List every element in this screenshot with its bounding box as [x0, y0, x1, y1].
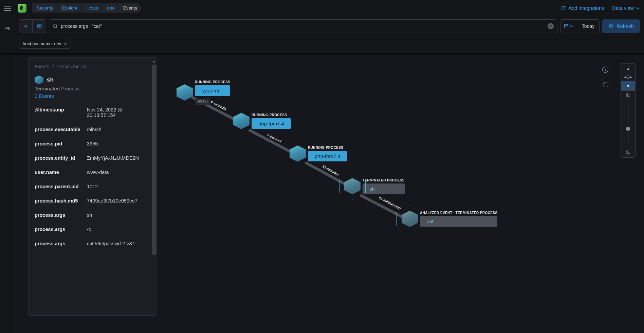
node-status-tag: RUNNING PROCESS [252, 113, 291, 117]
plus-magnify-icon [626, 93, 630, 98]
detail-key: @timestamp [35, 107, 87, 112]
info-icon[interactable]: i [602, 67, 608, 73]
crosshair-icon [626, 75, 630, 80]
process-node[interactable]: RUNNING PROCESSphp-fpm7.4 [290, 145, 347, 162]
pan-up-button[interactable]: ▴ [621, 64, 635, 73]
breadcrumb-explore[interactable]: Explore [55, 3, 82, 13]
panel-crumb-details: Details for: sh [57, 64, 86, 69]
events-count-link[interactable]: 0 Events [35, 93, 54, 99]
app-logo[interactable] [18, 4, 26, 13]
detail-value: /bin/sh [87, 127, 149, 132]
detail-value: www-data [87, 170, 149, 175]
hamburger-menu-icon[interactable] [4, 4, 12, 12]
process-cube-icon [344, 178, 361, 194]
legend-toggle-icon[interactable] [603, 82, 608, 87]
detail-key: process.hash.md5 [35, 198, 87, 204]
filter-chip-hostname[interactable]: host.hostname: dev ✕ [19, 39, 71, 49]
node-status-tag: RUNNING PROCESS [195, 80, 230, 84]
breadcrumbs: Security Explore Hosts dev Events [32, 3, 139, 13]
svg-point-6 [53, 24, 57, 28]
breadcrumb-security[interactable]: Security [32, 3, 58, 13]
zoom-panel: ▴ ◂ ▸ ▾ [621, 63, 636, 158]
detail-key: process.args [35, 241, 87, 246]
process-cube-icon [177, 84, 193, 101]
zoom-out-button[interactable] [621, 148, 635, 157]
process-node[interactable]: ANALYZED EVENT · TERMINATED PROCESScat [402, 211, 497, 227]
recenter-button[interactable]: ◂ ▸ [621, 73, 635, 81]
node-sublabel: 90 file [195, 99, 210, 105]
detail-row: user.namewww-data [35, 170, 149, 175]
process-cube-icon [290, 145, 306, 162]
detail-value: cat /etc/passwd 2 >&1 [87, 241, 149, 246]
detail-value: 7409ae3f7b10e059ee7 [87, 198, 149, 204]
detail-row: process.pid3955 [35, 141, 149, 146]
details-panel: ▴ Events / Details for: sh sh Terminated… [28, 57, 157, 316]
left-rail [0, 55, 15, 333]
expand-sidebar-icon[interactable] [5, 25, 11, 33]
detail-row: process.argscat /etc/passwd 2 >&1 [35, 241, 149, 246]
date-picker-button[interactable] [560, 20, 577, 33]
clear-query-icon[interactable]: ✕ [548, 23, 554, 29]
svg-line-15 [629, 96, 630, 97]
process-node[interactable]: TERMINATED PROCESSsh [344, 178, 405, 194]
detail-key: process.args [35, 227, 87, 232]
package-plus-icon [561, 5, 567, 11]
detail-value: ZmMyYjAxNzUtMDE2N [87, 155, 149, 161]
scrollbar-thumb[interactable] [152, 65, 157, 255]
date-range-label[interactable]: Today [577, 23, 599, 29]
query-input[interactable] [61, 23, 545, 29]
remove-filter-icon[interactable]: ✕ [64, 41, 67, 46]
filter-toggle-button[interactable] [19, 19, 33, 33]
svg-point-11 [628, 76, 628, 77]
search-row: ✕ Today Refresh [0, 16, 644, 36]
svg-line-18 [629, 154, 630, 155]
detail-value: -c [87, 227, 149, 232]
pan-down-button[interactable]: ▾ [621, 81, 635, 91]
node-status-tag: RUNNING PROCESS [308, 146, 347, 150]
filter-row: host.hostname: dev ✕ [0, 36, 644, 53]
add-integrations-link[interactable]: Add integrations [561, 5, 604, 11]
node-name-button[interactable]: systemd [195, 85, 230, 96]
refresh-icon [608, 23, 614, 29]
plus-circle-icon [37, 23, 42, 29]
process-title: sh [47, 76, 54, 83]
breadcrumb-dev[interactable]: dev [100, 3, 119, 13]
process-subtitle: Terminated Process [35, 86, 149, 91]
zoom-slider[interactable] [621, 100, 635, 148]
query-mode-buttons [19, 19, 46, 33]
node-name-button[interactable]: cat [420, 216, 497, 227]
detail-row: process.args-c [35, 227, 149, 232]
breadcrumb-events[interactable]: Events [116, 3, 142, 13]
node-name-button[interactable]: sh [363, 183, 405, 194]
breadcrumb-hosts[interactable]: Hosts [80, 3, 103, 13]
node-status-tag: ANALYZED EVENT · TERMINATED PROCESS [420, 211, 497, 215]
refresh-button[interactable]: Refresh [602, 19, 640, 33]
detail-row: process.entity_idZmMyYjAxNzUtMDE2N [35, 155, 149, 161]
process-node[interactable]: RUNNING PROCESSphp-fpm7.4 [233, 113, 291, 129]
detail-row: process.hash.md57409ae3f7b10e059ee7 [35, 198, 149, 204]
process-node[interactable]: RUNNING PROCESSsystemd90 file [177, 80, 230, 105]
detail-row: process.executable/bin/sh [35, 127, 149, 132]
detail-row: process.argssh [35, 212, 149, 218]
data-view-dropdown[interactable]: Data view [612, 5, 640, 11]
add-filter-button[interactable] [33, 19, 46, 33]
search-icon [53, 23, 58, 29]
process-analyzer-graph[interactable]: i ▴ ◂ ▸ ▾ 4 seconds1 second11 minutes<1 … [158, 63, 636, 325]
scroll-up-icon[interactable]: ▴ [151, 58, 157, 64]
search-input-wrap: ✕ [49, 19, 557, 33]
panel-crumb-events[interactable]: Events [35, 64, 49, 69]
detail-value: 3955 [87, 141, 149, 146]
detail-value: Nov 24, 2022 @ 20:13:57.154 [87, 107, 149, 118]
node-name-button[interactable]: php-fpm7.4 [308, 151, 347, 161]
minus-magnify-icon [626, 150, 630, 155]
zoom-in-button[interactable] [621, 91, 635, 100]
detail-value: 1012 [87, 184, 149, 189]
chevron-down-icon [636, 6, 640, 10]
date-picker: Today [560, 19, 600, 33]
process-header: sh [35, 75, 149, 84]
topbar-right: Add integrations Data view [561, 5, 640, 11]
main-area: ▴ Events / Details for: sh sh Terminated… [15, 55, 644, 333]
zoom-slider-thumb[interactable] [626, 127, 630, 131]
detail-row: process.parent.pid1012 [35, 184, 149, 189]
node-name-button[interactable]: php-fpm7.4 [252, 118, 291, 129]
